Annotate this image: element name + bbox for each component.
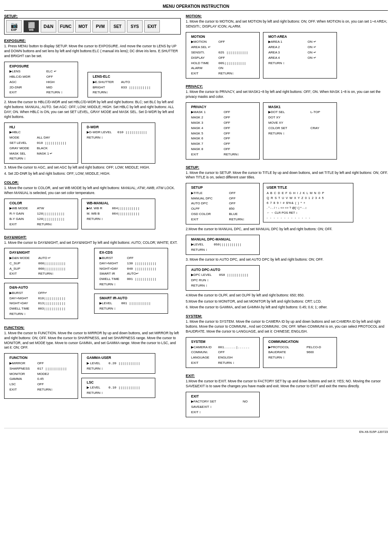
setup-right-para3: 3. Move the cursor to AUTO DPC, and set …	[186, 257, 388, 262]
exit-title: EXIT:	[186, 374, 388, 378]
func-exit-label: EXIT	[8, 387, 36, 393]
icon-pvm[interactable]: PVM	[92, 20, 108, 32]
priv-exit-label: EXIT	[189, 152, 222, 157]
auto-dpc-level-value: 050 |||||||||||	[217, 273, 256, 278]
func-monitor-label: MONITOR	[8, 372, 36, 377]
priv-mask2-label: MASK 2	[189, 115, 222, 120]
lsc-box: LSC ▶ LEVEL0.10 ||||||||||| RETURN ↕	[81, 378, 155, 398]
hli-setlevel-value: 010 |||||||||||	[35, 141, 74, 146]
icon-func[interactable]: FUNC	[58, 20, 74, 32]
priv-mask5-label: MASK 5	[189, 131, 222, 136]
setup-osd-color-value: BLUE	[227, 212, 256, 217]
dn-mode-label: ▶D&N MODE	[8, 256, 37, 261]
setup-right-title: SETUP:	[186, 165, 388, 169]
ex-cds-box: EX-CDS ▶BURSTOFF DAY>NIGHT130 ||||||||||…	[94, 248, 168, 289]
icon-set[interactable]: SET	[110, 20, 125, 32]
left-column: SETUP: 📷 EXP ⬛ WB D&N FUNC MOT	[4, 14, 181, 424]
excds-night2day-value: 040 |||||||||||	[125, 266, 164, 272]
motion-title: MOTION:	[186, 14, 388, 18]
icon-wb[interactable]: ⬛ WB	[23, 20, 39, 32]
motion-motion-label: ▶MOTION	[189, 39, 217, 45]
excds-burst-value: OFF	[125, 256, 164, 261]
mot-area4-value: ON ↵	[306, 56, 333, 61]
exposure-section: EXPOSURE: 1. Press MENU button to displa…	[4, 39, 181, 176]
setup-section: SETUP: 📷 EXP ⬛ WB D&N FUNC MOT	[4, 14, 181, 35]
dn-night2day-value: 013|||||||||||	[36, 301, 74, 306]
motion-para1: 1. Move the cursor to MOTION, and set MO…	[186, 19, 388, 29]
privacy-para1: 1. Move the cursor to PRIVACY, and set M…	[186, 90, 388, 99]
dn-mode-value: AUTO ↵	[37, 256, 74, 261]
excds-dwell-label: DWELL TIME	[98, 277, 125, 282]
right-column: MOTION: 1. Move the cursor to MOTION, an…	[186, 14, 388, 424]
exit-menu-header: EXIT	[189, 394, 256, 400]
exposure-para3: 3. Move the cursor to AGC, and set AGC b…	[4, 165, 181, 170]
manual-dpc-manual-box: MANUAL DPC-MANUAL ▶LEVEL050||||||||||| R…	[186, 235, 260, 255]
setup-right-para1: 1. Move the cursor to SETUP. Move the cu…	[186, 171, 388, 180]
system-header: SYSTEM	[189, 339, 256, 345]
smart-ir-box: SMART IR-AUTO ▶LEVEL001 ||||||||||| RETU…	[94, 294, 168, 314]
daynight-menus: DAY&NIGHT ▶D&N MODEAUTO ↵ C_SUP060||||||…	[4, 246, 181, 321]
func-exit-value: RETURN↕	[36, 387, 74, 393]
priv-mask6-value: OFF	[222, 136, 256, 141]
dwdr-level-label: ▶D-WDR LEVEL	[85, 130, 116, 135]
mot-area1-label: ▶AREA 1	[267, 39, 306, 45]
hli-hblc-label: ▶HBLC	[8, 130, 35, 135]
setup-right-para4: 4.Move the cursor to OLPF, and set OLPF …	[186, 293, 388, 298]
function-header: FUNCTION	[8, 355, 74, 361]
exit-factory-value: NO	[241, 399, 256, 405]
system-title: SYSTEM:	[186, 314, 388, 318]
excds-smartir-label: SMART IR	[98, 271, 125, 277]
motion-alarm-value: ON	[217, 66, 256, 71]
system-box: SYSTEM ▶CAMERA ID001......|...... COMMUN…	[186, 337, 260, 368]
mask1-box: MASK1 ▶DOT SELL-TOP DOT XY MOVE XY COLOR…	[263, 102, 337, 160]
lens-elc-shutter-label: ▶E.SHUTTER	[91, 80, 120, 85]
motion-section: MOTION: 1. Move the cursor to MOTION, an…	[186, 14, 388, 80]
daynight-section: DAY&NIGHT: 1. Move the cursor to DAY&NIG…	[4, 235, 181, 321]
priv-mask5-value: OFF	[222, 131, 256, 136]
function-section: FUNCTION: 1. Move the cursor to FUNCTION…	[4, 326, 181, 400]
communication-box: COMMUNICATION ▶PROTOCOLPELCO-D BAUDRATE9…	[263, 337, 337, 368]
exposure-para2: 2. Move the cursor to HBLC/D-WDR and set…	[4, 100, 181, 120]
privacy-header: PRIVACY	[189, 104, 256, 110]
mot-area3-value: ON ↵	[306, 50, 333, 56]
icon-exp[interactable]: 📷 EXP	[6, 20, 22, 32]
function-box: FUNCTION ▶MIRROROFF SHARPNESS017 |||||||…	[4, 353, 78, 398]
icon-dn[interactable]: D&N	[41, 20, 56, 32]
motion-box: MOTION ▶MOTIONOFF AREA SEL ↵ SENSITI.025…	[186, 32, 260, 79]
wb-b-value: 064|||||||||||	[110, 211, 152, 217]
sys-communi-value: OFF	[217, 350, 256, 355]
mot-area-return: RETURN ↕	[267, 61, 333, 66]
sys-exit-label: EXIT	[189, 361, 217, 366]
function-menus: FUNCTION ▶MIRROROFF SHARPNESS017 |||||||…	[4, 352, 181, 400]
mask1-color-label: COLOR SET	[267, 126, 309, 131]
manual-dpc-return: RETURN ↕	[189, 247, 256, 253]
exit-factory-label: ▶FACTORY SET	[189, 399, 241, 405]
excds-night2day-label: NIGHT>DAY	[98, 266, 125, 272]
priv-exit-value: RETURN↕	[222, 152, 256, 157]
mot-area4-label: AREA 4	[267, 56, 306, 61]
function-para1: 1. Move the cursor to FUNCTION. Move the…	[4, 331, 181, 351]
daynight-header: DAY&NIGHT	[8, 250, 74, 256]
exposure-row-lens-label: ▶LENS	[8, 69, 45, 74]
user-title-line4: . " - . / ↑ ↓ <= => ? @[ \ ] ^ - .↕	[267, 206, 350, 210]
color-wbmode-label: ▶WB MODE	[8, 206, 35, 211]
exit-box: EXIT ▶FACTORY SETNO SAVE&EXIT ↕ EXIT ↕	[186, 392, 260, 417]
lsc-level-value: 0.10 |||||||||||	[107, 385, 152, 391]
privacy-section: PRIVACY: 1. Move the cursor to PRIVACY, …	[186, 84, 388, 161]
exposure-row-exit-value: RETURN ↕	[45, 90, 74, 95]
setup-label: SETUP:	[4, 14, 18, 18]
lens-elc-bright-value: 033 |||||||||||	[120, 85, 158, 90]
exposure-row-hblc-value: OFF	[45, 74, 74, 80]
setup-icons-row: 📷 EXP ⬛ WB D&N FUNC MOT PVM	[4, 18, 181, 35]
icon-mot[interactable]: MOT	[75, 20, 91, 32]
icon-sys[interactable]: SYS	[127, 20, 143, 32]
dwdr-return: RETURN ↕	[85, 135, 152, 141]
excds-smartir-value: AUTO↵	[125, 271, 164, 277]
exit-saveexit-label: SAVE&EXIT ↕	[189, 405, 241, 410]
func-monitor-value: MODE2	[36, 372, 74, 377]
icon-exit[interactable]: EXIT	[144, 20, 160, 32]
gamma-level-label: ▶ LEVEL	[85, 361, 107, 366]
dn-asup-value: 060|||||||||||	[37, 266, 74, 272]
wb-manual-header: WB-MANUAL	[85, 201, 152, 206]
mot-area1-value: ON ↵	[306, 39, 333, 45]
